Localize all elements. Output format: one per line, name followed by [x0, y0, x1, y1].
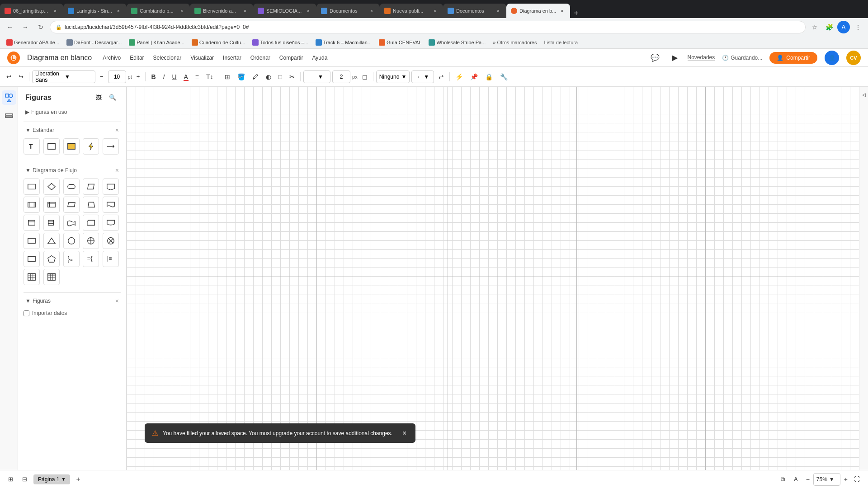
bookmark-button[interactable]: ☆	[808, 21, 821, 33]
flow-pentagon[interactable]	[43, 251, 60, 267]
address-input[interactable]	[65, 24, 800, 30]
flow-shape-r1[interactable]	[24, 251, 40, 267]
import-checkbox[interactable]	[24, 310, 29, 316]
flow-annot[interactable]	[24, 215, 40, 231]
flow-summ-junction[interactable]	[83, 215, 99, 231]
present-button[interactable]: ▶	[670, 52, 680, 64]
sidebar-section-estandar-header[interactable]: ▼ Estándar ×	[18, 124, 126, 136]
shadow-button[interactable]: □	[276, 71, 285, 82]
lock-button[interactable]: 🔒	[482, 71, 495, 82]
shape-text[interactable]: T	[24, 138, 40, 155]
tab-close-3[interactable]: ×	[178, 7, 185, 14]
flow-rect2[interactable]	[24, 233, 40, 249]
endpoint-button[interactable]: ◻	[359, 71, 370, 82]
increase-font-btn[interactable]: +	[134, 71, 143, 82]
flip-button[interactable]: ⇄	[436, 71, 447, 82]
menu-visualizar[interactable]: Visualizar	[187, 53, 217, 63]
zoom-out-button[interactable]: −	[804, 475, 811, 484]
flow-delay[interactable]	[43, 215, 60, 231]
underline-button[interactable]: U	[169, 71, 179, 82]
notification-close-button[interactable]: ×	[401, 429, 408, 437]
zoom-in-button[interactable]: +	[842, 475, 849, 484]
page-list-button[interactable]: ⊟	[19, 474, 30, 484]
opacity-button[interactable]: ◐	[263, 71, 274, 82]
flow-equals[interactable]: ={	[83, 251, 99, 267]
sidebar-section-figuras-header[interactable]: ▼ Figuras ×	[18, 295, 126, 307]
bookmark-2[interactable]: DaFont - Descargar...	[64, 38, 124, 47]
bookmark-8[interactable]: Wholesale Stripe Pa...	[426, 38, 488, 47]
flow-table2[interactable]	[43, 269, 60, 285]
grid-view-button[interactable]: ⊞	[5, 474, 16, 484]
fit-screen-button[interactable]: ⛶	[851, 474, 863, 484]
tab-close-2[interactable]: ×	[115, 7, 122, 14]
arrow-end-selector[interactable]: → ▼	[411, 70, 434, 83]
extensions-button[interactable]: 🧩	[823, 21, 835, 33]
line-width-input[interactable]	[332, 70, 350, 83]
browser-tab-3[interactable]: Cambiando p... ×	[127, 4, 190, 18]
canvas-inner[interactable]	[127, 87, 859, 470]
tab-close-7[interactable]: ×	[431, 7, 439, 14]
menu-archivo[interactable]: Archivo	[99, 53, 124, 63]
add-page-button[interactable]: +	[73, 474, 84, 485]
flow-data2[interactable]	[63, 197, 80, 213]
decrease-font-btn[interactable]: −	[97, 71, 106, 82]
bookmark-3[interactable]: Panel | Khan Acade...	[126, 38, 187, 47]
align-button[interactable]: ≡	[193, 71, 202, 82]
image-search-button[interactable]: 🖼	[93, 92, 104, 103]
browser-tab-9[interactable]: Diagrama en b... ×	[506, 4, 570, 18]
menu-editar[interactable]: Editar	[126, 53, 147, 63]
comments-button[interactable]: 💬	[648, 52, 662, 64]
address-bar[interactable]: 🔒	[50, 21, 806, 33]
fill-color-button[interactable]: 🪣	[235, 71, 248, 82]
avatar-button[interactable]: 👤	[825, 51, 839, 65]
font-size-input[interactable]	[108, 70, 126, 83]
sidebar-section-flujo-header[interactable]: ▼ Diagrama de Flujo ×	[18, 164, 126, 177]
flow-offpage[interactable]	[103, 178, 119, 195]
flow-circle[interactable]	[63, 233, 80, 249]
wrench-button[interactable]: 🔧	[497, 71, 510, 82]
forward-button[interactable]: →	[19, 21, 32, 33]
tab-close-9[interactable]: ×	[558, 7, 566, 14]
italic-button[interactable]: I	[160, 71, 168, 82]
shape-lightning[interactable]	[83, 138, 99, 155]
user-initials-button[interactable]: CV	[846, 51, 861, 65]
insert-shape-button[interactable]: ⊞	[222, 71, 233, 82]
search-canvas-button[interactable]: A	[791, 474, 801, 484]
flow-decision[interactable]	[43, 178, 60, 195]
flow-x-circle[interactable]	[103, 233, 119, 249]
browser-tab-4[interactable]: Bienvenido a... ×	[190, 4, 253, 18]
browser-tab-7[interactable]: Nueva publi... ×	[380, 4, 443, 18]
refresh-button[interactable]: ↻	[34, 21, 47, 33]
new-tab-button[interactable]: +	[570, 9, 582, 18]
flow-predefined[interactable]	[24, 197, 40, 213]
page-tab-1[interactable]: Página 1 ▼	[33, 474, 70, 484]
figuras-close-button[interactable]: ×	[115, 297, 119, 305]
flow-triangle[interactable]	[43, 233, 60, 249]
flow-brace[interactable]: } ≡	[63, 251, 80, 267]
bookmark-7[interactable]: Guía CENEVAL	[376, 38, 424, 47]
line-color-button[interactable]: 🖊	[250, 71, 261, 82]
flow-bar[interactable]: |≡	[103, 251, 119, 267]
browser-tab-6[interactable]: Documentos ×	[316, 4, 380, 18]
flow-data3[interactable]	[83, 197, 99, 213]
browser-tab-5[interactable]: SEMIOLOGIA... ×	[253, 4, 316, 18]
layers-panel-button[interactable]	[2, 108, 16, 123]
flow-document[interactable]	[103, 197, 119, 213]
pin-button[interactable]: 📌	[467, 71, 481, 82]
bold-button[interactable]: B	[148, 71, 158, 82]
flow-plus[interactable]	[83, 233, 99, 249]
tab-close-5[interactable]: ×	[305, 7, 312, 14]
redo-button[interactable]: ↪	[16, 71, 26, 82]
text-align-button[interactable]: T↕	[203, 71, 216, 82]
shape-rectangle[interactable]	[43, 138, 60, 155]
profile-button[interactable]: A	[837, 21, 850, 33]
browser-tab-1[interactable]: 06_laringitis.p... ×	[0, 4, 63, 18]
tab-close-4[interactable]: ×	[241, 7, 249, 14]
browser-tab-2[interactable]: Laringitis - Sin... ×	[63, 4, 127, 18]
shape-search-button[interactable]: 🔍	[106, 92, 119, 103]
tab-close-8[interactable]: ×	[495, 7, 502, 14]
font-selector[interactable]: Liberation Sans ▼	[32, 70, 95, 83]
novedades-link[interactable]: Novedades	[688, 54, 715, 61]
bookmark-6[interactable]: Track 6 – Macmillan...	[313, 38, 374, 47]
flow-process[interactable]	[24, 178, 40, 195]
